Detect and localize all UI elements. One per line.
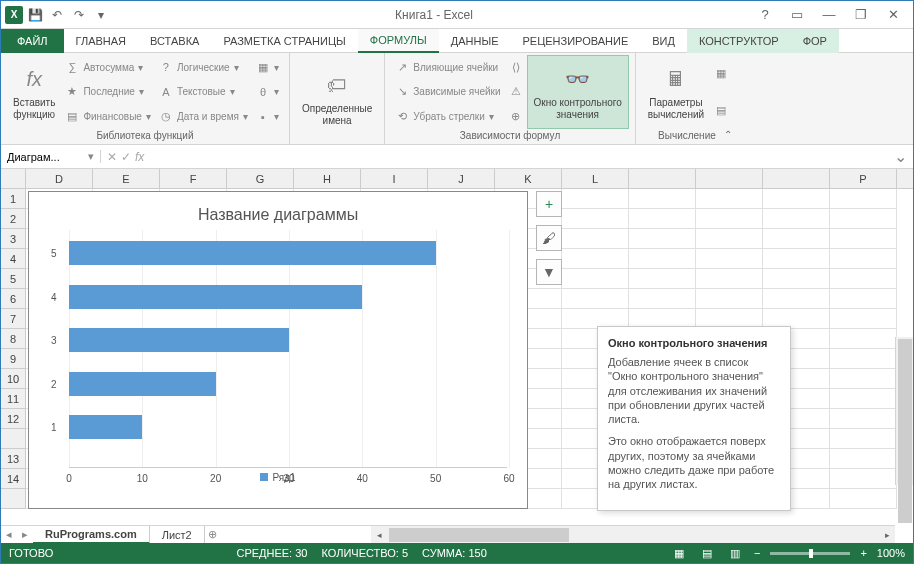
more-fn-button[interactable]: ▪▾ xyxy=(252,108,283,126)
cell[interactable] xyxy=(830,389,897,409)
cell[interactable] xyxy=(830,429,897,449)
restore-button[interactable]: ❐ xyxy=(849,5,873,25)
page-break-view-button[interactable]: ▥ xyxy=(726,546,744,560)
watch-window-button[interactable]: 👓 Окно контрольного значения xyxy=(527,55,629,129)
select-all-corner[interactable] xyxy=(1,169,26,188)
autosum-button[interactable]: ∑Автосумма▾ xyxy=(61,58,155,76)
cell[interactable] xyxy=(696,269,763,289)
calc-sheet-button[interactable]: ▤ xyxy=(710,102,732,120)
cell[interactable] xyxy=(830,189,897,209)
cell[interactable] xyxy=(830,289,897,309)
tab-insert[interactable]: ВСТАВКА xyxy=(138,29,211,53)
cell[interactable] xyxy=(696,209,763,229)
zoom-in-button[interactable]: + xyxy=(860,547,866,559)
cell[interactable] xyxy=(830,309,897,329)
scrollbar-thumb[interactable] xyxy=(389,528,569,542)
cell[interactable] xyxy=(830,209,897,229)
chart-bar[interactable] xyxy=(69,372,216,396)
trace-precedents-button[interactable]: ↗Влияющие ячейки xyxy=(391,58,504,76)
redo-icon[interactable]: ↷ xyxy=(69,5,89,25)
tab-format[interactable]: ФОР xyxy=(791,29,839,53)
cell[interactable] xyxy=(830,369,897,389)
cell[interactable] xyxy=(763,229,830,249)
close-button[interactable]: ✕ xyxy=(881,5,905,25)
expand-formula-bar[interactable]: ⌄ xyxy=(888,147,913,166)
col-header[interactable]: E xyxy=(93,169,160,188)
cell[interactable] xyxy=(830,469,897,489)
collapse-ribbon-button[interactable]: ⌃ xyxy=(724,129,732,140)
row-header[interactable]: 14 xyxy=(1,469,26,489)
datetime-button[interactable]: ◷Дата и время▾ xyxy=(155,108,252,126)
col-header[interactable]: I xyxy=(361,169,428,188)
cell[interactable] xyxy=(830,449,897,469)
row-header[interactable]: 1 xyxy=(1,189,26,209)
col-header[interactable] xyxy=(629,169,696,188)
col-header[interactable]: D xyxy=(26,169,93,188)
row-header[interactable]: 2 xyxy=(1,209,26,229)
save-icon[interactable]: 💾 xyxy=(25,5,45,25)
chart-filters-button[interactable]: ▼ xyxy=(536,259,562,285)
cell[interactable] xyxy=(763,289,830,309)
chart-bar[interactable] xyxy=(69,328,289,352)
scroll-left-button[interactable]: ◂ xyxy=(371,527,387,543)
row-header[interactable]: 3 xyxy=(1,229,26,249)
col-header[interactable] xyxy=(696,169,763,188)
sheet-nav-prev[interactable]: ◂ xyxy=(1,528,17,541)
chart-bar[interactable] xyxy=(69,241,436,265)
cell[interactable] xyxy=(830,269,897,289)
cell[interactable] xyxy=(629,269,696,289)
row-header[interactable]: 12 xyxy=(1,409,26,429)
show-formulas-button[interactable]: ⟨⟩ xyxy=(505,58,527,76)
cell[interactable] xyxy=(763,189,830,209)
row-header[interactable]: 9 xyxy=(1,349,26,369)
name-box[interactable]: Диаграм...▾ xyxy=(1,150,101,163)
cell[interactable] xyxy=(629,289,696,309)
chart-styles-button[interactable]: 🖌 xyxy=(536,225,562,251)
cell[interactable] xyxy=(562,269,629,289)
normal-view-button[interactable]: ▦ xyxy=(670,546,688,560)
zoom-level[interactable]: 100% xyxy=(877,547,905,559)
cell[interactable] xyxy=(830,489,897,509)
tab-formulas[interactable]: ФОРМУЛЫ xyxy=(358,29,439,53)
minimize-button[interactable]: — xyxy=(817,5,841,25)
col-header[interactable] xyxy=(763,169,830,188)
scroll-right-button[interactable]: ▸ xyxy=(879,527,895,543)
cell[interactable] xyxy=(763,209,830,229)
zoom-thumb[interactable] xyxy=(809,549,813,558)
row-header[interactable]: 11 xyxy=(1,389,26,409)
col-header[interactable]: P xyxy=(830,169,897,188)
col-header[interactable]: L xyxy=(562,169,629,188)
recent-button[interactable]: ★Последние▾ xyxy=(61,83,155,101)
col-header[interactable]: H xyxy=(294,169,361,188)
col-header[interactable]: K xyxy=(495,169,562,188)
tab-data[interactable]: ДАННЫЕ xyxy=(439,29,511,53)
enter-icon[interactable]: ✓ xyxy=(121,150,131,164)
cell[interactable] xyxy=(830,329,897,349)
undo-icon[interactable]: ↶ xyxy=(47,5,67,25)
cell[interactable] xyxy=(763,269,830,289)
cell[interactable] xyxy=(696,229,763,249)
lookup-button[interactable]: ▦▾ xyxy=(252,58,283,76)
fx-icon-small[interactable]: fx xyxy=(135,150,144,164)
row-header[interactable]: 6 xyxy=(1,289,26,309)
col-header[interactable]: G xyxy=(227,169,294,188)
row-header[interactable]: 13 xyxy=(1,449,26,469)
chart-plot[interactable]: 010203040506054321 xyxy=(69,230,507,468)
tab-design[interactable]: КОНСТРУКТОР xyxy=(687,29,791,53)
row-header[interactable]: 4 xyxy=(1,249,26,269)
cell[interactable] xyxy=(629,229,696,249)
zoom-slider[interactable] xyxy=(770,552,850,555)
tab-view[interactable]: ВИД xyxy=(640,29,687,53)
cell[interactable] xyxy=(696,249,763,269)
tab-file[interactable]: ФАЙЛ xyxy=(1,29,64,53)
cell[interactable] xyxy=(629,249,696,269)
financial-button[interactable]: ▤Финансовые▾ xyxy=(61,108,155,126)
text-button[interactable]: AТекстовые▾ xyxy=(155,83,252,101)
chart[interactable]: Название диаграммы 010203040506054321 Ря… xyxy=(28,191,528,509)
row-header[interactable] xyxy=(1,489,26,509)
qat-dropdown-icon[interactable]: ▾ xyxy=(91,5,111,25)
cell[interactable] xyxy=(562,189,629,209)
cell[interactable] xyxy=(830,229,897,249)
chart-legend[interactable]: Ряд1 xyxy=(29,468,527,487)
scrollbar-thumb[interactable] xyxy=(898,339,912,523)
